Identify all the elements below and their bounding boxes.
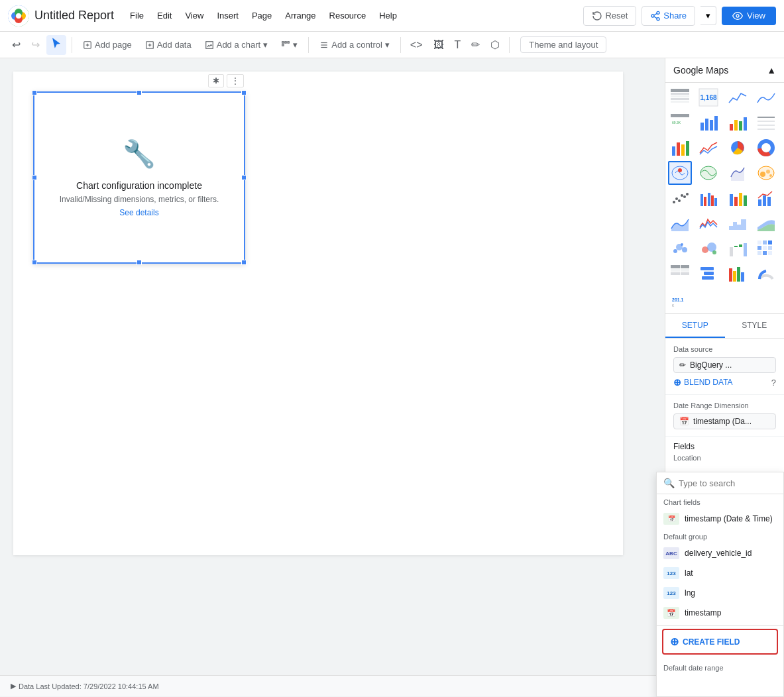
blend-data-row[interactable]: ⊕ BLEND DATA ? xyxy=(673,377,776,388)
chart-type-smooth-line[interactable] xyxy=(754,85,778,109)
chart-type-multi-bar[interactable] xyxy=(726,262,750,286)
chart-type-100-area[interactable] xyxy=(754,211,778,235)
add-page-button[interactable]: Add page xyxy=(78,37,137,52)
chart-widget[interactable]: ✱ ⋮ 🔧 Chart configuration incomplete xyxy=(33,91,245,264)
menu-help[interactable]: Help xyxy=(374,8,402,23)
svg-rect-28 xyxy=(671,95,689,97)
chart-type-area[interactable] xyxy=(668,211,692,235)
chart-type-stacked-bar[interactable] xyxy=(697,136,720,160)
svg-point-65 xyxy=(681,194,683,197)
menu-edit[interactable]: Edit xyxy=(152,8,177,23)
reset-button[interactable]: Reset xyxy=(583,6,636,26)
toolbar: ↩ ↪ Add page Add data Add a chart▾ ▾ Add… xyxy=(0,32,784,58)
menu-page[interactable]: Page xyxy=(247,8,277,23)
svg-rect-91 xyxy=(757,241,761,244)
layout-button[interactable]: ▾ xyxy=(276,37,303,52)
toolbar-divider-3 xyxy=(400,37,401,53)
text-button[interactable]: T xyxy=(451,36,465,54)
help-icon[interactable]: ? xyxy=(771,378,776,388)
share-button[interactable]: Share xyxy=(642,6,695,26)
svg-rect-35 xyxy=(700,123,704,131)
chart-type-table2[interactable] xyxy=(668,262,692,286)
panel-collapse-icon[interactable]: ▲ xyxy=(767,65,776,76)
menu-view[interactable]: View xyxy=(180,8,209,23)
see-details-link[interactable]: See details xyxy=(119,208,158,217)
chart-type-geo-map[interactable] xyxy=(668,161,692,185)
svg-point-67 xyxy=(686,193,689,195)
chart-type-table[interactable] xyxy=(668,85,692,109)
line-button[interactable]: ✏ xyxy=(467,36,484,54)
canvas-area[interactable]: ✱ ⋮ 🔧 Chart configuration incomplete xyxy=(0,58,665,696)
chart-type-dot-scatter[interactable] xyxy=(668,237,692,260)
data-source-row[interactable]: ✏ BigQuery ... xyxy=(673,357,776,373)
chart-type-bubble-map[interactable] xyxy=(754,161,778,185)
undo-button[interactable]: ↩ xyxy=(8,36,25,54)
widget-pin-button[interactable]: ✱ xyxy=(208,74,224,87)
date-range-row[interactable]: 📅 timestamp (Da... xyxy=(673,413,776,429)
add-data-button[interactable]: Add data xyxy=(140,37,197,52)
chart-type-grouped-bar2[interactable] xyxy=(726,186,750,210)
svg-rect-112 xyxy=(741,272,744,282)
chart-type-bar2[interactable] xyxy=(668,136,692,160)
chart-type-pie[interactable] xyxy=(726,136,750,160)
svg-point-62 xyxy=(673,201,675,203)
field-timestamp[interactable]: 📅 timestamp xyxy=(657,603,783,623)
share-dropdown-button[interactable]: ▾ xyxy=(700,6,716,25)
chart-type-list[interactable] xyxy=(754,111,778,134)
svg-rect-49 xyxy=(681,144,685,156)
create-field-button[interactable]: ⊕ CREATE FIELD xyxy=(662,629,778,655)
chart-type-combo[interactable] xyxy=(754,186,778,210)
date-field-icon: 📅 xyxy=(663,513,679,525)
menu-file[interactable]: File xyxy=(125,8,149,23)
chart-type-scorecard[interactable]: 1,168 xyxy=(697,85,720,109)
chart-type-bar[interactable] xyxy=(697,111,720,134)
svg-rect-37 xyxy=(710,120,713,131)
svg-rect-39 xyxy=(730,124,733,131)
chart-type-total[interactable]: 201.1K xyxy=(668,287,692,311)
redo-button[interactable]: ↪ xyxy=(27,36,44,54)
add-control-button[interactable]: Add a control▾ xyxy=(314,37,395,52)
svg-point-63 xyxy=(675,197,678,200)
field-delivery-vehicle[interactable]: ABC delivery_vehicle_id xyxy=(657,543,783,563)
chart-type-grouped-bar[interactable] xyxy=(697,186,720,210)
tab-setup[interactable]: SETUP xyxy=(665,314,725,338)
code-button[interactable]: <> xyxy=(406,36,427,54)
view-button[interactable]: View xyxy=(722,7,776,25)
chart-type-donut[interactable] xyxy=(754,136,778,160)
view-label: View xyxy=(747,11,765,21)
chart-type-area-map[interactable] xyxy=(726,161,750,185)
top-actions: Reset Share ▾ View xyxy=(583,6,776,26)
chart-type-heatmap[interactable] xyxy=(754,237,778,260)
chart-type-step-area[interactable] xyxy=(726,211,750,235)
svg-rect-27 xyxy=(671,93,689,95)
chart-type-gauge[interactable] xyxy=(754,262,778,286)
field-name-lat: lat xyxy=(685,568,693,578)
select-tool[interactable] xyxy=(46,35,66,55)
tab-style[interactable]: STYLE xyxy=(725,314,785,338)
chart-type-sparkline[interactable] xyxy=(697,211,720,235)
theme-layout-button[interactable]: Theme and layout xyxy=(520,36,606,53)
menu-insert[interactable]: Insert xyxy=(211,8,244,23)
chart-type-column[interactable] xyxy=(726,111,750,134)
chart-type-waterfall[interactable] xyxy=(726,237,750,260)
field-lat[interactable]: 123 lat xyxy=(657,563,783,583)
chart-type-world-map[interactable] xyxy=(697,161,720,185)
image-button[interactable]: 🖼 xyxy=(429,36,448,54)
add-chart-button[interactable]: Add a chart▾ xyxy=(199,37,274,52)
svg-rect-101 xyxy=(681,265,689,268)
svg-point-56 xyxy=(678,168,682,172)
chart-type-gantt[interactable] xyxy=(697,262,720,286)
shape-button[interactable]: ⬡ xyxy=(486,36,504,54)
search-input[interactable] xyxy=(679,478,784,488)
widget-more-button[interactable]: ⋮ xyxy=(227,74,244,87)
field-lng[interactable]: 123 lng xyxy=(657,583,783,603)
chart-type-scatter[interactable] xyxy=(668,186,692,210)
chart-field-timestamp[interactable]: 📅 timestamp (Date & Time) xyxy=(657,509,783,529)
menu-resource[interactable]: Resource xyxy=(324,8,372,23)
chart-type-bubble[interactable] xyxy=(697,237,720,260)
svg-rect-70 xyxy=(708,193,710,206)
chart-type-timeseries[interactable] xyxy=(726,85,750,109)
svg-rect-21 xyxy=(288,41,289,42)
chart-type-sessions[interactable]: 69.3K xyxy=(668,111,692,134)
menu-arrange[interactable]: Arrange xyxy=(280,8,321,23)
